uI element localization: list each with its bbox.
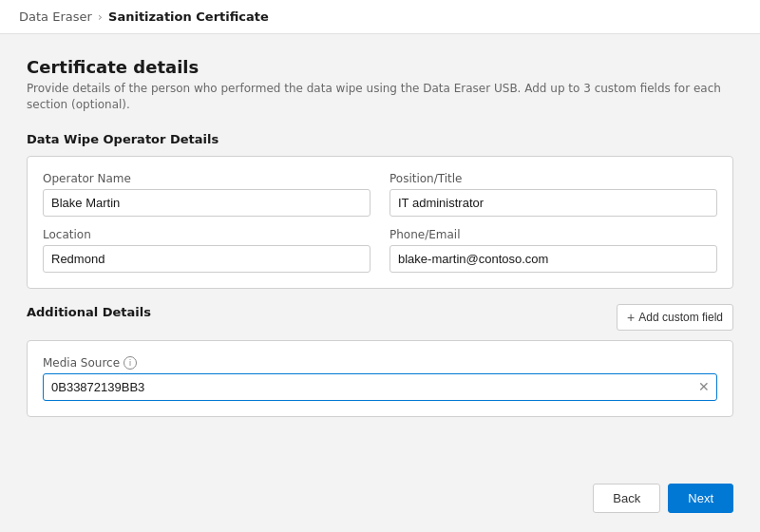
position-title-input[interactable] [390, 189, 717, 217]
media-source-label: Media Source [43, 356, 120, 370]
media-source-label-row: Media Source i [43, 356, 717, 370]
info-icon: i [124, 356, 137, 370]
page-subtitle: Provide details of the person who perfor… [27, 81, 733, 113]
phone-email-field: Phone/Email [390, 228, 717, 273]
position-title-label: Position/Title [390, 172, 717, 185]
media-source-clear-button[interactable]: ✕ [698, 380, 710, 393]
footer: Back Next [593, 484, 733, 513]
additional-section-title: Additional Details [27, 305, 151, 319]
next-button[interactable]: Next [668, 484, 733, 513]
operator-form-grid: Operator Name Position/Title Location Ph… [43, 172, 717, 273]
operator-name-label: Operator Name [43, 172, 370, 185]
operator-section-title: Data Wipe Operator Details [27, 132, 733, 146]
back-button[interactable]: Back [593, 484, 660, 513]
breadcrumb-current: Sanitization Certificate [108, 10, 269, 24]
location-field: Location [43, 228, 370, 273]
add-custom-field-label: Add custom field [638, 311, 723, 324]
location-label: Location [43, 228, 370, 241]
main-content: Certificate details Provide details of t… [0, 34, 760, 455]
plus-icon: + [627, 310, 635, 325]
add-custom-field-button[interactable]: + Add custom field [617, 304, 733, 331]
phone-email-label: Phone/Email [390, 228, 717, 241]
media-source-input[interactable] [43, 373, 717, 401]
operator-name-input[interactable] [43, 189, 370, 217]
page-title: Certificate details [27, 57, 733, 77]
additional-section-header: Additional Details + Add custom field [27, 304, 733, 331]
media-source-input-container: ✕ [43, 373, 717, 401]
phone-email-input[interactable] [390, 245, 717, 273]
location-input[interactable] [43, 245, 370, 273]
breadcrumb-separator: › [98, 10, 103, 24]
position-title-field: Position/Title [390, 172, 717, 217]
additional-form-card: Media Source i ✕ [27, 340, 733, 417]
breadcrumb: Data Eraser › Sanitization Certificate [0, 0, 760, 34]
operator-name-field: Operator Name [43, 172, 370, 217]
operator-form-card: Operator Name Position/Title Location Ph… [27, 156, 733, 289]
breadcrumb-parent[interactable]: Data Eraser [19, 10, 92, 24]
